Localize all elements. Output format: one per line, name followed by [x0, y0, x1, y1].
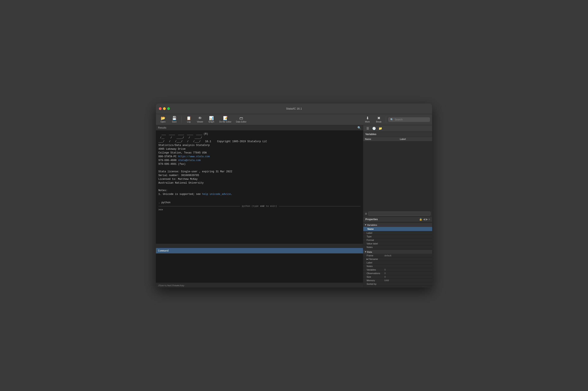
dataeditor-button[interactable]: 🗃 Data Editor	[234, 115, 248, 124]
dofile-button[interactable]: 📝 Do-file Editor	[218, 115, 233, 124]
break-label: Break	[376, 121, 381, 123]
variables-view-button[interactable]: ☰	[365, 126, 370, 131]
prop-datanotes-row: Notes	[363, 265, 432, 268]
stata-logo: ___ ____ ____ ____ ____ (R) /__ / ____/ …	[158, 132, 361, 143]
stata-tagline: Statistics/Data analysis StataCorp	[158, 143, 361, 147]
break-icon: ✖	[377, 116, 380, 120]
stata-note1: 1. Unicode is supported; see help unicod…	[158, 192, 361, 196]
save-label: Save	[172, 121, 177, 123]
main-area: Results 🔍 ___ ____ ____ ____ ____ (R) /_…	[156, 125, 432, 288]
prop-frame-row: Frame default	[363, 254, 432, 257]
maximize-button[interactable]	[167, 107, 170, 110]
variables-table: Name Label	[363, 137, 432, 210]
prop-notes-name: Notes	[367, 246, 384, 248]
prop-memory-name: Memory	[367, 279, 384, 282]
prop-datanotes-name: Notes	[367, 265, 384, 267]
folder-button[interactable]: 📁	[378, 126, 383, 131]
resize-handle	[156, 244, 363, 248]
prop-datalabel-row: Label	[363, 261, 432, 265]
log-button[interactable]: 📋 Log	[184, 115, 194, 124]
prop-filename-row: ▶ Filename	[363, 257, 432, 261]
search-icon: 🔍	[390, 118, 393, 121]
open-label: Open	[160, 121, 165, 123]
stata-licensed-to: Licensed to: Matthew McKay	[158, 177, 361, 181]
current-path: /Users/matthewmckay	[158, 284, 184, 287]
prop-observations-value: 0	[384, 272, 431, 275]
log-icon: 📋	[186, 116, 191, 120]
right-panel: ☰ 🕐 📁 Variables Name Label	[363, 125, 432, 288]
menu-icon[interactable]: ≡	[429, 218, 430, 221]
col-label-header: Label	[398, 137, 432, 141]
dofile-label: Do-file Editor	[219, 121, 231, 123]
python-divider: python (type end to exit)	[158, 204, 361, 208]
stata-phone1: 800-STATA-PC https://www.stata.com	[158, 155, 361, 159]
prop-size-name: Size	[367, 276, 384, 278]
nav-left-icon[interactable]: ◀	[423, 218, 425, 221]
results-header: Results 🔍	[156, 125, 363, 130]
prop-valuelabel-name: Value label	[367, 242, 384, 245]
input-section: Command	[156, 244, 363, 283]
lock-icon[interactable]: 🔒	[419, 218, 422, 221]
search-bar[interactable]: 🔍	[388, 117, 430, 122]
results-content: ___ ____ ____ ____ ____ (R) /__ / ____/ …	[156, 130, 363, 244]
toolbar: 📂 Open 💾 Save 📋 Log 👁 Viewer 📊 Graph 📝 D…	[156, 114, 432, 125]
right-panel-toolbar: ☰ 🕐 📁	[363, 125, 432, 132]
command-label: Command	[158, 249, 169, 252]
prop-format-row: Format	[363, 238, 432, 242]
search-input[interactable]	[395, 118, 428, 121]
prop-valuelabel-row: Value label	[363, 242, 432, 245]
viewer-icon: 👁	[198, 116, 202, 120]
prop-memory-row: Memory 64M	[363, 279, 432, 282]
open-icon: 📂	[161, 116, 165, 120]
nav-right-icon[interactable]: ▶	[426, 218, 428, 221]
break-button[interactable]: ✖ Break	[374, 115, 384, 124]
python-prompt: >>>	[158, 208, 361, 212]
expand-filename-icon[interactable]: ▶	[367, 258, 368, 260]
collapse-data-icon[interactable]: ▾	[365, 251, 366, 253]
properties-panel: Properties 🔒 ◀ ▶ ≡ ▾ Variables	[363, 217, 432, 288]
open-button[interactable]: 📂 Open	[158, 115, 168, 124]
stata-addr1: 4905 Lakeway Drive	[158, 147, 361, 151]
log-label: Log	[187, 121, 191, 123]
close-button[interactable]	[159, 107, 161, 110]
properties-icons: 🔒 ◀ ▶ ≡	[419, 218, 430, 221]
prop-sortedby-name: Sorted by	[367, 283, 384, 285]
prop-variables-row: Variables 0	[363, 268, 432, 272]
properties-content: ▾ Variables Name Label Type	[363, 222, 432, 288]
prop-frame-name: Frame	[367, 254, 384, 257]
stata-addr2: College Station, Texas 77845 USA	[158, 151, 361, 155]
stata-cmd-python: . python	[158, 201, 361, 204]
save-button[interactable]: 💾 Save	[169, 115, 179, 124]
collapse-variables-icon[interactable]: ▾	[365, 223, 366, 226]
variable-filter-input[interactable]	[368, 212, 431, 216]
viewer-button[interactable]: 👁 Viewer	[195, 115, 205, 124]
command-bar: Command	[156, 248, 363, 253]
dataeditor-icon: 🗃	[239, 116, 243, 120]
prop-memory-value: 64M	[384, 279, 431, 282]
graph-label: Graph	[208, 121, 214, 123]
prop-variables-name: Variables	[367, 269, 384, 271]
minimize-button[interactable]	[163, 107, 166, 110]
results-label: Results	[158, 126, 166, 129]
stata-university: Australian National University	[158, 181, 361, 185]
more-icon: ⬇	[366, 116, 369, 120]
results-search-icon[interactable]: 🔍	[357, 126, 361, 129]
dataeditor-label: Data Editor	[236, 121, 247, 123]
history-button[interactable]: 🕐	[371, 126, 377, 131]
prop-type-row: Type	[363, 235, 432, 238]
properties-variables-header: ▾ Variables	[363, 223, 432, 227]
prop-size-value: 0	[384, 276, 431, 278]
command-input[interactable]	[156, 253, 363, 283]
prop-label-name: Label	[367, 232, 384, 234]
graph-button[interactable]: 📊 Graph	[206, 115, 216, 124]
prop-label-row: Label	[363, 231, 432, 235]
properties-variables-section: ▾ Variables Name Label Type	[363, 223, 432, 249]
graph-icon: 📊	[209, 116, 214, 120]
viewer-label: Viewer	[197, 121, 203, 123]
variables-panel-header: Variables	[363, 132, 432, 137]
prop-name-selected: Name	[367, 227, 429, 231]
prop-notes-row: Notes	[363, 245, 432, 249]
more-button[interactable]: ⬇ More	[362, 115, 372, 124]
traffic-lights	[159, 107, 170, 110]
stata-phone2: 979-696-4600 stata@stata.com	[158, 159, 361, 162]
